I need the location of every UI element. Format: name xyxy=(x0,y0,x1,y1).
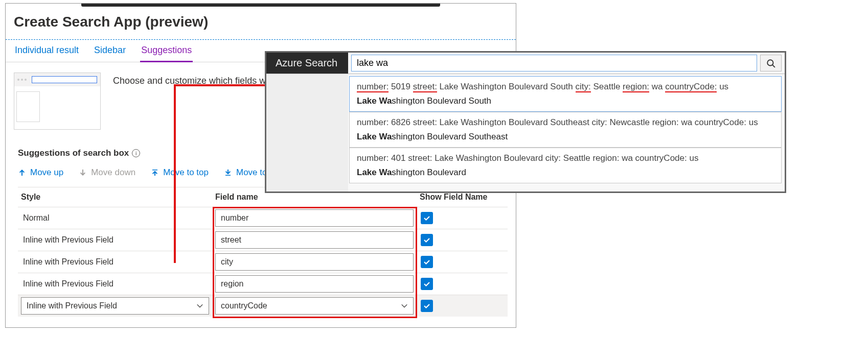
move-up-button[interactable]: Move up xyxy=(18,167,63,178)
style-select[interactable]: Inline with Previous Field xyxy=(21,297,209,315)
svg-line-2 xyxy=(772,65,775,67)
tab-suggestions[interactable]: Suggestions xyxy=(140,45,193,62)
check-icon xyxy=(423,236,431,244)
move-up-label: Move up xyxy=(30,167,63,178)
suggestion-list: number: 5019 street: Lake Washington Bou… xyxy=(349,76,782,183)
show-field-checkbox[interactable] xyxy=(421,278,433,290)
search-preview-popup: Azure Search number: 5019 street: Lake W… xyxy=(265,51,786,193)
move-down-button[interactable]: Move down xyxy=(79,167,135,178)
field-name-select[interactable]: city xyxy=(215,253,414,271)
suggestion-title-line: Lake Washington Boulevard Southeast xyxy=(357,132,774,142)
suggestion-sidebar xyxy=(266,74,348,191)
table-row[interactable]: Inline with Previous FieldcountryCode xyxy=(18,295,508,317)
search-button[interactable] xyxy=(760,55,782,71)
thumb-search-icon xyxy=(32,76,97,83)
table-row[interactable]: Normalnumber xyxy=(18,207,508,229)
field-name-value: countryCode xyxy=(221,301,267,310)
section-heading-label: Suggestions of search box xyxy=(18,148,129,158)
field-name-value: number xyxy=(221,213,248,223)
show-field-checkbox[interactable] xyxy=(421,300,433,312)
show-field-checkbox[interactable] xyxy=(421,234,433,246)
table-row[interactable]: Inline with Previous Fieldcity xyxy=(18,251,508,273)
search-bar: Azure Search xyxy=(266,53,785,74)
style-text: Inline with Previous Field xyxy=(18,257,212,267)
preview-thumbnail xyxy=(14,73,101,130)
field-name-select[interactable]: street xyxy=(215,231,414,249)
page-title: Create Search App (preview) xyxy=(6,7,516,39)
field-name-value: region xyxy=(221,279,243,289)
move-to-button[interactable]: Move to xyxy=(224,167,267,178)
window-dots-icon xyxy=(17,79,27,81)
move-to-label: Move to xyxy=(236,167,267,178)
field-name-select[interactable]: countryCode xyxy=(215,297,414,315)
suggestion-detail-line: number: 6826 street: Lake Washington Bou… xyxy=(357,117,774,128)
svg-point-1 xyxy=(767,60,773,65)
move-to-top-label: Move to top xyxy=(163,167,209,178)
show-field-checkbox[interactable] xyxy=(421,212,433,224)
chevron-down-icon xyxy=(401,302,408,309)
check-icon xyxy=(423,258,431,266)
tab-individual-result[interactable]: Individual result xyxy=(14,45,80,62)
arrow-down-bar-icon xyxy=(224,169,232,177)
info-icon[interactable]: i xyxy=(132,149,140,157)
field-name-select[interactable]: region xyxy=(215,275,414,293)
chevron-down-icon xyxy=(196,302,203,309)
check-icon xyxy=(423,214,431,222)
field-name-value: city xyxy=(221,257,233,267)
arrow-up-bar-icon xyxy=(151,169,159,177)
suggestion-detail-line: number: 5019 street: Lake Washington Bou… xyxy=(357,82,774,92)
search-brand-label: Azure Search xyxy=(266,53,348,74)
table-row[interactable]: Inline with Previous Fieldregion xyxy=(18,273,508,295)
col-header-style: Style xyxy=(18,187,212,207)
table-row[interactable]: Inline with Previous Fieldstreet xyxy=(18,229,508,251)
description-text: Choose and customize which fields will xyxy=(113,73,272,86)
show-field-checkbox[interactable] xyxy=(421,256,433,268)
suggestion-title-line: Lake Washington Boulevard xyxy=(357,167,774,178)
check-icon xyxy=(423,280,431,288)
search-input[interactable] xyxy=(351,55,757,71)
field-name-value: street xyxy=(221,235,241,245)
suggestion-item[interactable]: number: 401 street: Lake Washington Boul… xyxy=(349,148,782,183)
move-down-label: Move down xyxy=(91,167,135,178)
tab-sidebar[interactable]: Sidebar xyxy=(93,45,127,62)
move-to-top-button[interactable]: Move to top xyxy=(151,167,209,178)
fields-grid: Style Field name Show Field Name Normaln… xyxy=(18,187,508,317)
suggestion-detail-line: number: 401 street: Lake Washington Boul… xyxy=(357,153,774,163)
suggestion-item[interactable]: number: 5019 street: Lake Washington Bou… xyxy=(349,76,782,112)
arrow-up-icon xyxy=(18,169,26,177)
style-text: Normal xyxy=(18,213,212,223)
search-icon xyxy=(766,59,775,68)
style-text: Inline with Previous Field xyxy=(18,279,212,289)
suggestion-title-line: Lake Washington Boulevard South xyxy=(357,96,774,106)
style-select-value: Inline with Previous Field xyxy=(27,301,117,310)
suggestion-item[interactable]: number: 6826 street: Lake Washington Bou… xyxy=(349,112,782,148)
field-name-select[interactable]: number xyxy=(215,209,414,227)
arrow-down-icon xyxy=(79,169,87,177)
thumb-sidebar-icon xyxy=(16,91,40,122)
check-icon xyxy=(423,302,431,310)
style-text: Inline with Previous Field xyxy=(18,235,212,245)
